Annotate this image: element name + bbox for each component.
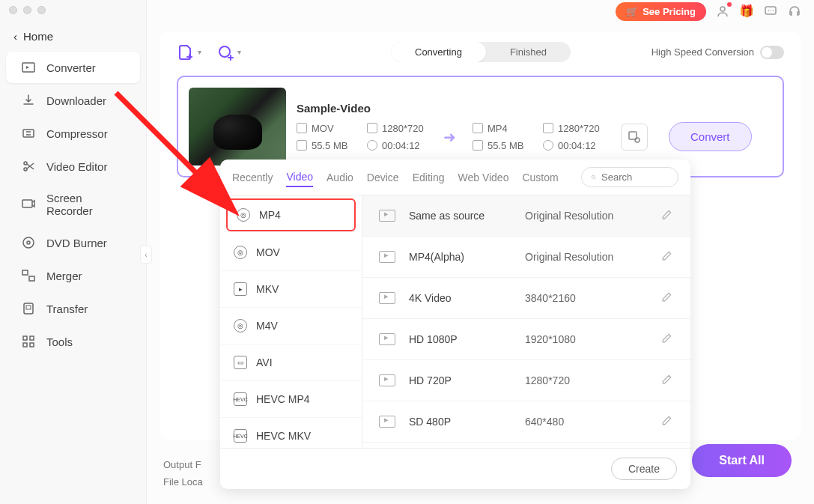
clock-icon [367,140,377,151]
res-value: 640*480 [525,416,660,428]
sidebar-item-compressor[interactable]: Compressor [6,118,140,149]
sidebar-item-converter[interactable]: Converter [6,52,140,83]
svg-point-2 [24,162,27,165]
gift-icon[interactable]: 🎁 [739,4,754,19]
add-file-button[interactable]: ▾ [177,43,201,61]
edit-icon[interactable] [660,415,674,428]
recorder-icon [21,197,36,212]
format-label: MKV [256,283,279,295]
dst-res: 1280*720 [558,123,600,134]
convert-button[interactable]: Convert [669,122,752,151]
format-label: AVI [256,356,273,368]
src-dur: 00:04:12 [382,140,420,151]
video-thumbnail[interactable] [189,88,286,166]
res-item-1080p[interactable]: HD 1080P1920*1080 [362,319,690,360]
edit-icon[interactable] [660,291,674,305]
res-value: Original Resolution [525,251,660,263]
panel-body: ◎MP4 ◎MOV ▸MKV ◎M4V ▭AVI HEVCHEVC MP4 HE… [220,195,690,448]
src-res: 1280*720 [382,123,424,134]
see-pricing-button[interactable]: 🛒 See Pricing [616,2,706,21]
format-item-avi[interactable]: ▭AVI [220,344,362,381]
res-item-same-as-source[interactable]: Same as sourceOriginal Resolution [362,195,690,237]
edit-icon[interactable] [660,333,674,346]
download-icon [21,93,36,108]
sidebar-item-merger[interactable]: Merger [6,260,140,291]
clock-icon [543,140,553,151]
add-file-icon [177,43,195,61]
window-controls [9,6,46,14]
video-icon [379,292,395,304]
arrow-right-icon: ➜ [437,128,462,146]
svg-rect-7 [22,270,28,275]
res-item-mp4-alpha[interactable]: MP4(Alpha)Original Resolution [362,237,690,278]
format-icon: ◎ [234,246,247,259]
video-icon [379,210,395,222]
create-button[interactable]: Create [611,458,677,480]
cart-icon: 🛒 [626,6,638,17]
sidebar-item-label: Merger [46,270,82,282]
close-dot[interactable] [9,6,17,14]
user-icon[interactable] [715,4,730,19]
dst-format: MP4 [488,123,508,134]
maximize-dot[interactable] [37,6,46,14]
sidebar-item-tools[interactable]: Tools [6,326,140,357]
res-item-720p[interactable]: HD 720P1280*720 [362,360,690,401]
tab-audio[interactable]: Audio [326,168,353,186]
format-search[interactable] [581,167,678,187]
format-item-mp4[interactable]: ◎MP4 [226,198,356,231]
svg-rect-9 [24,303,33,314]
tab-web-video[interactable]: Web Video [458,168,508,186]
svg-point-5 [23,237,34,248]
edit-icon[interactable] [660,374,674,387]
video-icon [379,416,395,428]
edit-icon[interactable] [660,209,674,222]
home-link[interactable]: ‹ Home [0,22,146,50]
add-url-button[interactable]: ▾ [216,43,241,61]
format-item-m4v[interactable]: ◎M4V [220,308,362,344]
headset-icon[interactable] [787,4,802,19]
video-icon [379,251,395,263]
format-item-mov[interactable]: ◎MOV [220,234,362,271]
res-value: Original Resolution [525,210,660,222]
tab-finished[interactable]: Finished [486,42,571,62]
resolution-list: Same as sourceOriginal Resolution MP4(Al… [362,195,690,448]
minimize-dot[interactable] [23,6,31,14]
add-url-icon [216,43,234,61]
chevron-down-icon: ▾ [198,48,201,56]
tab-custom[interactable]: Custom [522,168,558,186]
tab-editing[interactable]: Editing [413,168,445,186]
settings-button[interactable] [621,124,648,151]
sidebar-collapse-button[interactable]: ‹ [140,246,152,264]
res-item-480p[interactable]: SD 480P640*480 [362,401,690,443]
start-all-button[interactable]: Start All [692,444,792,477]
res-item-4k[interactable]: 4K Video3840*2160 [362,278,690,319]
tab-video[interactable]: Video [286,168,313,187]
format-list: ◎MP4 ◎MOV ▸MKV ◎M4V ▭AVI HEVCHEVC MP4 HE… [220,195,362,448]
format-label: HEVC MKV [256,430,311,442]
format-panel: Recently Video Audio Device Editing Web … [220,160,690,489]
sidebar-item-label: Compressor [46,127,108,140]
merger-icon [21,268,36,283]
converter-icon [21,60,36,75]
format-item-hevc-mkv[interactable]: HEVCHEVC MKV [220,418,362,448]
sidebar-item-transfer[interactable]: Transfer [6,293,140,324]
gear-icon [627,130,642,145]
format-item-hevc-mp4[interactable]: HEVCHEVC MP4 [220,381,362,418]
edit-icon[interactable] [660,250,674,264]
tab-recently[interactable]: Recently [232,168,273,186]
sidebar-item-video-editor[interactable]: Video Editor [6,151,140,182]
video-icon [379,374,395,386]
tab-converting[interactable]: Converting [391,42,486,62]
search-input[interactable] [601,171,669,183]
sidebar-item-downloader[interactable]: Downloader [6,85,140,116]
dst-dur: 00:04:12 [558,140,596,151]
chat-icon[interactable] [763,4,778,19]
sidebar-item-screen-recorder[interactable]: Screen Recorder [6,183,140,225]
hsc-toggle[interactable] [760,46,784,59]
format-item-mkv[interactable]: ▸MKV [220,271,362,308]
format-icon: ◎ [234,319,247,333]
tab-device[interactable]: Device [367,168,399,186]
transfer-icon [21,301,36,316]
res-name: HD 1080P [409,333,525,345]
sidebar-item-dvd-burner[interactable]: DVD Burner [6,227,140,258]
